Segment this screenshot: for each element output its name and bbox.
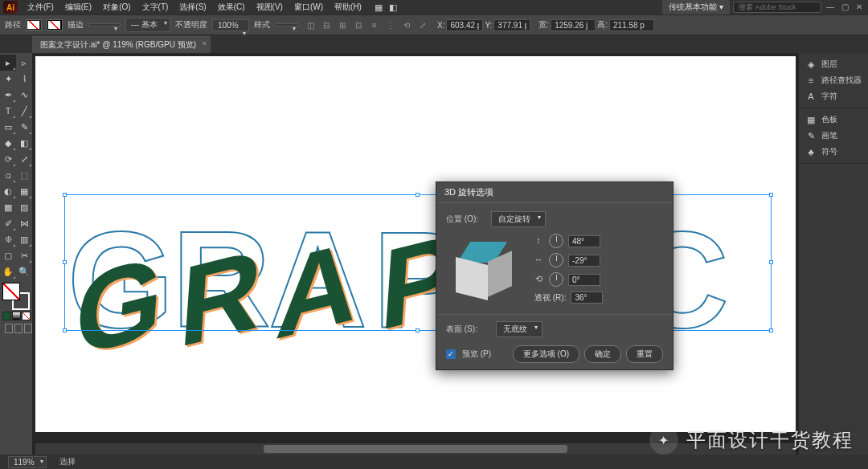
symbol-sprayer-tool[interactable]: ❊ [0,231,16,247]
x-input[interactable] [446,19,483,31]
direct-selection-tool[interactable]: ▹ [16,55,32,71]
lasso-tool[interactable]: ⌇ [16,71,32,87]
align-icon[interactable]: ≡ [368,18,381,31]
w-input[interactable] [551,19,596,31]
menu-edit[interactable]: 编辑(E) [60,0,96,14]
opacity-dropdown[interactable]: 100% [212,19,249,31]
menu-select[interactable]: 选择(S) [174,0,211,14]
stroke-swatch[interactable] [47,19,63,31]
h-label: 高: [597,19,608,31]
transform-icon[interactable]: ⟲ [400,18,413,31]
panel-tab-layers[interactable]: ◈图层 [799,56,868,72]
eraser-tool[interactable]: ◧ [16,135,32,151]
transform-icon[interactable]: ⤢ [416,18,429,31]
brush-dropdown[interactable]: — 基本 [125,18,170,32]
free-transform-tool[interactable]: ⬚ [16,167,32,183]
blend-tool[interactable]: ⋈ [16,215,32,231]
workspace-switcher[interactable]: 传统基本功能 ▾ [662,0,730,14]
y-rotation-input[interactable] [568,255,600,267]
zoom-dropdown[interactable]: 119% [8,456,47,468]
pen-tool[interactable]: ✒ [0,87,16,103]
x-rotation-input[interactable] [568,235,600,247]
menu-help[interactable]: 帮助(H) [330,0,366,14]
fill-stroke-control[interactable] [2,283,30,310]
style-dropdown[interactable] [275,23,299,27]
minimize-button[interactable]: — [825,2,836,13]
more-options-button[interactable]: 更多选项 (O) [513,345,579,363]
align-icon[interactable]: ⊟ [320,18,333,31]
y-rotation-dial[interactable] [549,253,563,267]
gradient-mode[interactable] [12,312,21,320]
align-icon[interactable]: ⊞ [336,18,349,31]
panel-tab-brushes[interactable]: ✎画笔 [799,128,868,144]
bridge-icon[interactable]: ▦ [375,2,383,13]
menu-view[interactable]: 视图(V) [252,0,288,14]
panel-tab-character[interactable]: A字符 [799,88,868,104]
line-tool[interactable]: ╱ [16,103,32,119]
graph-tool[interactable]: ▥ [16,231,32,247]
dialog-title[interactable]: 3D 旋转选项 [436,182,673,203]
menu-file[interactable]: 文件(F) [23,0,59,14]
slice-tool[interactable]: ✂ [16,247,32,263]
3d-cube-preview[interactable] [446,234,518,306]
arrange-icon[interactable]: ◧ [389,2,397,13]
gradient-tool[interactable]: ▨ [16,199,32,215]
draw-mode[interactable] [14,324,23,333]
artboard[interactable]: G R A P I C G R A P [35,56,796,432]
fill-color[interactable] [2,283,20,300]
position-dropdown[interactable]: 自定旋转 [491,211,546,227]
rectangle-tool[interactable]: ▭ [0,119,16,135]
document-tab[interactable]: 图案文字设计.ai* @ 119% (RGB/GPU 预览) × [32,36,211,53]
align-icon[interactable]: ⊡ [352,18,365,31]
menu-type[interactable]: 文字(T) [137,0,174,14]
width-tool[interactable]: ⫏ [0,167,16,183]
draw-mode[interactable] [5,324,13,333]
h-input[interactable] [609,19,654,31]
rotate-tool[interactable]: ⟳ [0,151,16,167]
x-rotation-dial[interactable] [549,234,563,248]
curvature-tool[interactable]: ∿ [16,87,32,103]
z-rotation-dial[interactable] [549,272,563,287]
search-input[interactable] [733,2,821,13]
mesh-tool[interactable]: ▩ [0,199,16,215]
scale-tool[interactable]: ⤢ [16,151,32,167]
menu-object[interactable]: 对象(O) [98,0,135,14]
ok-button[interactable]: 确定 [584,345,621,363]
preview-checkbox[interactable]: ✓ [446,349,456,359]
align-icon[interactable]: ◫ [304,18,317,31]
z-rotation-input[interactable] [568,274,600,286]
draw-mode[interactable] [24,324,32,333]
maximize-button[interactable]: ▢ [839,2,850,13]
color-mode[interactable] [2,312,11,320]
zoom-tool[interactable]: 🔍 [16,263,32,279]
paintbrush-tool[interactable]: ✎ [16,119,32,135]
stroke-weight-dropdown[interactable] [88,23,121,27]
selection-tool[interactable]: ▸ [0,55,16,71]
hand-tool[interactable]: ✋ [0,263,16,279]
magic-wand-tool[interactable]: ✦ [0,71,16,87]
tab-close-icon[interactable]: × [203,39,207,47]
y-input[interactable] [493,19,530,31]
align-icon[interactable]: ⋮ [384,18,397,31]
eyedropper-tool[interactable]: ✐ [0,215,16,231]
shape-builder-tool[interactable]: ◐ [0,183,16,199]
menu-effect[interactable]: 效果(C) [213,0,250,14]
menu-window[interactable]: 窗口(W) [289,0,328,14]
right-panel-dock: ◈图层 ≡路径查找器 A字符 ▦色板 ✎画笔 ♣符号 [799,53,868,455]
main-area: ▸▹ ✦⌇ ✒∿ T╱ ▭✎ ◆◧ ⟳⤢ ⫏⬚ ◐▦ ▩▨ ✐⋈ ❊▥ ▢✂ ✋… [0,53,868,455]
fill-swatch[interactable] [26,19,42,31]
close-button[interactable]: ✕ [854,2,865,13]
type-tool[interactable]: T [0,103,16,119]
app-logo: Ai [3,1,18,14]
none-mode[interactable] [22,312,31,320]
artboard-tool[interactable]: ▢ [0,247,16,263]
panel-tab-pathfinder[interactable]: ≡路径查找器 [799,72,868,88]
status-selection: 选择 [59,456,76,467]
perspective-tool[interactable]: ▦ [16,183,32,199]
reset-button[interactable]: 重置 [626,345,663,363]
panel-tab-symbols[interactable]: ♣符号 [799,144,868,160]
panel-tab-swatches[interactable]: ▦色板 [799,112,868,128]
perspective-input[interactable] [571,292,603,304]
surface-dropdown[interactable]: 无底纹 [496,321,542,337]
shaper-tool[interactable]: ◆ [0,135,16,151]
